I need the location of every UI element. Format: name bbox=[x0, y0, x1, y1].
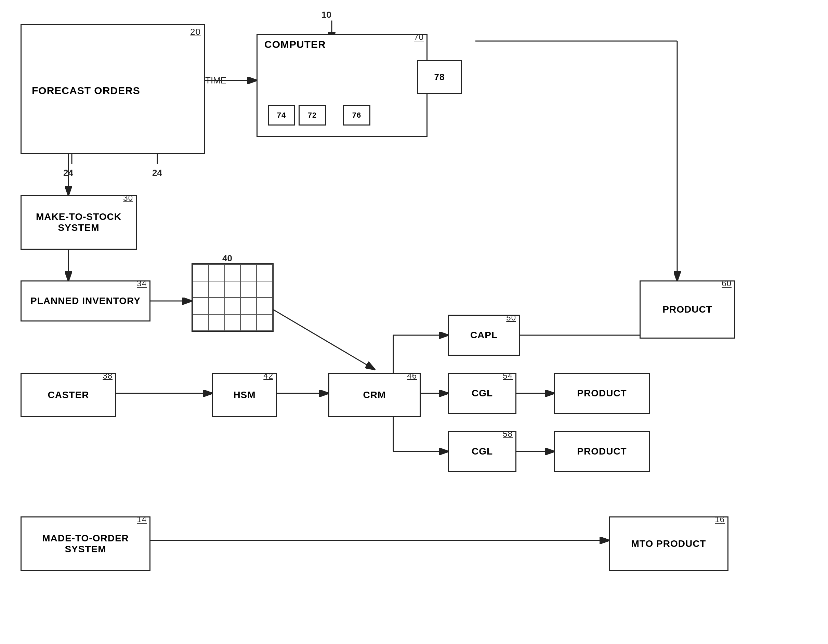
planned-inventory-ref: 34 bbox=[137, 279, 147, 288]
comp-72-label: 72 bbox=[308, 111, 317, 120]
box-78-label: 78 bbox=[434, 72, 445, 82]
capl-box: 50 CAPL bbox=[448, 315, 520, 356]
forecast-orders-ref: 20 bbox=[190, 27, 201, 37]
product-60-label: PRODUCT bbox=[662, 304, 712, 315]
grid-ref-label: 40 bbox=[222, 253, 232, 264]
product-54-box: PRODUCT bbox=[554, 373, 650, 414]
make-to-stock-ref: 30 bbox=[123, 193, 133, 203]
ref-24-right: 24 bbox=[152, 168, 162, 178]
crm-box: 46 CRM bbox=[328, 373, 421, 417]
computer-ref: 70 bbox=[414, 33, 424, 42]
cgl-58-ref: 58 bbox=[503, 429, 513, 439]
diagram: 10 FORECAST ORDERS 20 TIME 70 COMPUTER 7… bbox=[0, 0, 828, 644]
product-54-label: PRODUCT bbox=[577, 388, 627, 399]
svg-line-21 bbox=[270, 308, 375, 369]
made-to-order-label: MADE-TO-ORDERSYSTEM bbox=[42, 533, 129, 555]
caster-label: CASTER bbox=[47, 390, 89, 401]
make-to-stock-box: 30 MAKE-TO-STOCKSYSTEM bbox=[20, 195, 137, 250]
mto-product-ref: 16 bbox=[715, 515, 725, 524]
mto-product-box: 16 MTO PRODUCT bbox=[609, 516, 728, 571]
box-78: 78 bbox=[417, 60, 462, 94]
comp-74-label: 74 bbox=[277, 111, 286, 120]
hsm-ref: 42 bbox=[263, 371, 273, 381]
comp-76-box: 76 bbox=[343, 105, 370, 125]
cgl-58-label: CGL bbox=[472, 446, 493, 457]
grid-box-40 bbox=[191, 263, 274, 332]
product-60-box: 60 PRODUCT bbox=[640, 280, 735, 338]
ref-10-label: 10 bbox=[321, 9, 331, 20]
mto-product-label: MTO PRODUCT bbox=[631, 538, 706, 549]
product-58-box: PRODUCT bbox=[554, 431, 650, 472]
capl-ref: 50 bbox=[506, 313, 516, 323]
forecast-orders-label: FORECAST ORDERS bbox=[32, 85, 140, 96]
made-to-order-ref: 14 bbox=[137, 515, 147, 524]
planned-inventory-box: 34 PLANNED INVENTORY bbox=[20, 280, 151, 321]
cgl-58-box: 58 CGL bbox=[448, 431, 516, 472]
comp-72-box: 72 bbox=[299, 105, 326, 125]
cgl-54-box: 54 CGL bbox=[448, 373, 516, 414]
crm-label: CRM bbox=[363, 390, 386, 401]
comp-74-box: 74 bbox=[268, 105, 295, 125]
forecast-orders-box: FORECAST ORDERS 20 bbox=[20, 24, 205, 154]
caster-ref: 38 bbox=[103, 371, 113, 381]
cgl-54-label: CGL bbox=[472, 388, 493, 399]
make-to-stock-label: MAKE-TO-STOCKSYSTEM bbox=[36, 212, 121, 233]
comp-76-label: 76 bbox=[352, 111, 361, 120]
ref-24-left: 24 bbox=[63, 168, 73, 178]
time-label: TIME bbox=[205, 75, 226, 86]
hsm-label: HSM bbox=[233, 390, 256, 401]
crm-ref: 46 bbox=[407, 371, 417, 381]
hsm-box: 42 HSM bbox=[212, 373, 277, 417]
product-60-ref: 60 bbox=[721, 279, 732, 288]
computer-label: COMPUTER bbox=[264, 39, 326, 50]
caster-box: 38 CASTER bbox=[20, 373, 116, 417]
capl-label: CAPL bbox=[470, 330, 498, 341]
planned-inventory-label: PLANNED INVENTORY bbox=[30, 296, 141, 306]
made-to-order-box: 14 MADE-TO-ORDERSYSTEM bbox=[20, 516, 151, 571]
computer-box: 70 COMPUTER 74 72 76 bbox=[257, 34, 428, 137]
cgl-54-ref: 54 bbox=[503, 371, 513, 381]
product-58-label: PRODUCT bbox=[577, 446, 627, 457]
